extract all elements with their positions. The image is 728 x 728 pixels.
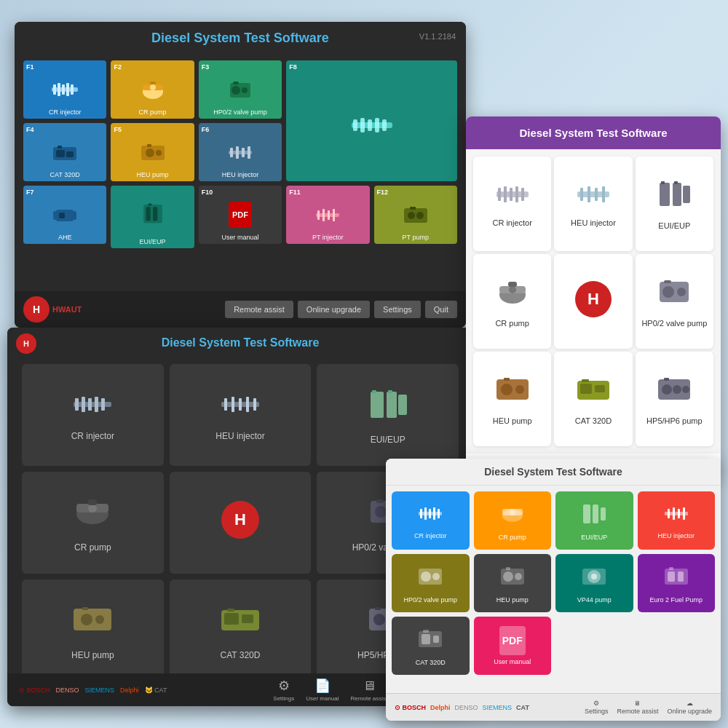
svg-rect-82 — [227, 609, 234, 612]
w3-tile-hp5hp6-pump[interactable]: HP5/HP6 pump — [636, 352, 713, 446]
svg-rect-57 — [224, 398, 227, 411]
svg-rect-139 — [673, 507, 675, 520]
w4-tile-euro2-fuel-pump[interactable]: Euro 2 Fuel Pump — [638, 554, 716, 612]
w3-tile-heu-injector[interactable]: HEU injector — [554, 157, 632, 251]
svg-rect-154 — [678, 571, 684, 582]
svg-point-114 — [515, 385, 524, 394]
w3-tile-hwaut-logo[interactable]: H — [554, 254, 632, 349]
svg-rect-138 — [668, 509, 670, 518]
tile-cr-pump-f2[interactable]: F2 CR pump — [111, 60, 194, 119]
svg-rect-21 — [56, 150, 65, 157]
window3-diesel-software: Diesel System Test Software CR injector — [466, 116, 721, 473]
svg-rect-158 — [433, 636, 439, 643]
svg-rect-134 — [583, 505, 590, 523]
online-upgrade-button[interactable]: Online upgrade — [298, 301, 370, 318]
window3-tile-grid: CR injector HEU injector — [466, 149, 721, 454]
svg-rect-63 — [387, 392, 397, 418]
svg-point-122 — [673, 385, 681, 394]
w4-tile-hp-valve-pump[interactable]: HP0/2 valve pump — [392, 554, 470, 612]
svg-rect-2 — [58, 83, 60, 96]
svg-rect-96 — [587, 186, 590, 202]
w3-tile-eui-eup[interactable]: EUI/EUP — [636, 157, 713, 251]
w4-tile-cr-injector[interactable]: CR injector — [392, 491, 470, 550]
svg-point-110 — [677, 288, 686, 296]
svg-rect-97 — [595, 188, 598, 201]
window2-logo: H — [16, 333, 36, 354]
svg-point-144 — [432, 573, 440, 580]
nav-settings-w4[interactable]: ⚙ Settings — [585, 700, 609, 715]
svg-point-147 — [515, 573, 522, 580]
w2-tile-heu-pump[interactable]: HEU pump — [22, 579, 164, 681]
window2-title: Diesel System Test Software — [7, 328, 473, 358]
w3-tile-hp-valve-pump[interactable]: HP0/2 valve pump — [636, 254, 713, 349]
tile-heu-injector-f6[interactable]: F6 HEU injector — [199, 123, 282, 181]
w4-tile-heu-pump[interactable]: HEU pump — [474, 554, 552, 612]
tile-cr-injector-f1[interactable]: F1 CR injector — [23, 60, 106, 119]
window1-bottom-bar: H HWAUT Remote assist Online upgrade Set… — [15, 291, 466, 328]
svg-rect-128 — [429, 509, 431, 518]
svg-rect-15 — [353, 119, 357, 131]
svg-rect-140 — [678, 509, 680, 518]
w2-tile-cat320d[interactable]: CAT 320D — [170, 579, 312, 681]
svg-rect-19 — [382, 119, 387, 131]
tile-f8-large[interactable]: F8 — [286, 60, 457, 181]
svg-rect-31 — [242, 148, 245, 157]
svg-rect-89 — [498, 188, 501, 201]
w2-tile-cr-pump[interactable]: CR pump — [22, 472, 164, 574]
svg-rect-49 — [410, 207, 416, 210]
svg-rect-129 — [433, 507, 435, 520]
w2-tile-hwaut-logo[interactable]: H — [170, 472, 312, 574]
svg-rect-13 — [233, 82, 239, 84]
svg-rect-22 — [66, 151, 74, 157]
svg-rect-115 — [504, 378, 510, 381]
svg-rect-135 — [593, 505, 598, 523]
svg-rect-102 — [661, 181, 665, 184]
tile-eui-eup[interactable]: EUI/EUP — [111, 186, 194, 248]
w4-tile-vp44-pump[interactable]: VP44 pump — [555, 554, 633, 612]
w2-tile-cr-injector[interactable]: CR injector — [22, 364, 164, 466]
svg-point-25 — [146, 149, 154, 157]
w3-tile-cr-pump[interactable]: CR pump — [473, 254, 551, 349]
svg-rect-153 — [668, 571, 675, 582]
w2-tile-eui-eup[interactable]: EUI/EUP — [317, 364, 459, 466]
window1-tile-grid: F1 CR injector F2 — [15, 55, 466, 254]
remote-assist-button[interactable]: Remote assist — [225, 301, 293, 318]
w3-tile-cat320d[interactable]: CAT 320D — [554, 352, 632, 446]
tile-hp-valve-pump-f3[interactable]: F3 HP0/2 valve pump — [199, 60, 282, 119]
w4-tile-cr-pump[interactable]: CR pump — [474, 491, 552, 550]
tile-ahe-f7[interactable]: F7 AHE — [23, 186, 106, 244]
svg-rect-93 — [521, 188, 524, 201]
w3-tile-heu-pump[interactable]: HEU pump — [473, 352, 551, 446]
tile-heu-pump-f5[interactable]: F5 HEU pump — [111, 123, 194, 181]
tile-cat320d-f4[interactable]: F4 CAT 320D — [23, 123, 106, 181]
svg-rect-95 — [580, 188, 583, 201]
w4-tile-user-manual[interactable]: PDF User manual — [474, 617, 552, 675]
w4-tile-cat320d[interactable]: CAT 320D — [392, 617, 470, 675]
nav-user-manual-w2[interactable]: 📄 User manual — [306, 678, 339, 702]
tile-pt-pump-f12[interactable]: F12 PT pump — [374, 186, 457, 244]
nav-settings-w2[interactable]: ⚙ Settings — [273, 678, 294, 702]
svg-point-26 — [156, 150, 162, 156]
quit-button[interactable]: Quit — [425, 301, 457, 318]
svg-rect-16 — [360, 118, 365, 132]
svg-rect-9 — [150, 82, 156, 84]
svg-rect-159 — [423, 630, 429, 633]
settings-button[interactable]: Settings — [374, 301, 421, 318]
w3-tile-cr-injector[interactable]: CR injector — [473, 157, 551, 251]
svg-rect-52 — [82, 397, 85, 412]
svg-rect-39 — [153, 207, 157, 221]
w4-tile-eui-eup[interactable]: EUI/EUP — [555, 491, 633, 550]
nav-online-upgrade-w4[interactable]: ☁ Online upgrade — [667, 700, 712, 715]
svg-point-143 — [421, 571, 431, 582]
w2-tile-heu-injector[interactable]: HEU injector — [170, 364, 312, 466]
svg-rect-59 — [239, 398, 242, 411]
svg-rect-99 — [660, 183, 670, 206]
tile-pt-injector-f11[interactable]: F11 PT injector — [286, 186, 369, 244]
svg-point-77 — [95, 615, 104, 624]
nav-remote-assist-w2[interactable]: 🖥 Remote assist — [351, 678, 388, 702]
tile-user-manual-f10[interactable]: F10 PDF User manual — [199, 186, 282, 244]
svg-rect-1 — [53, 84, 56, 95]
w4-tile-heu-injector[interactable]: HEU injector — [638, 491, 716, 550]
svg-rect-61 — [253, 398, 256, 411]
nav-remote-assist-w4[interactable]: 🖥 Remote assist — [617, 700, 658, 715]
